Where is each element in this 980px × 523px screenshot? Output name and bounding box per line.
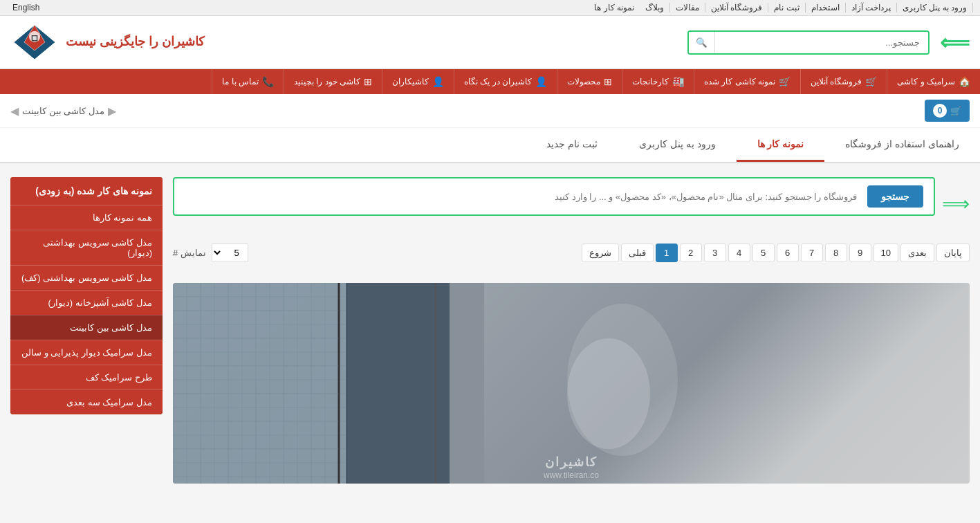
breadcrumb-prev-arrow[interactable]: ◀ [10, 104, 19, 118]
main-image: کاشیران www.tileiran.co [173, 283, 970, 484]
main-search-input[interactable] [185, 188, 860, 205]
topbar-link-login[interactable]: ورود به پنل کاربری [897, 3, 973, 12]
nav-ceramic[interactable]: 🏠 سرامیک و کاشی [887, 69, 980, 94]
user2-icon: 👤 [432, 76, 444, 87]
nav-factories-label: کارخانجات [632, 77, 669, 86]
sidebar-item-3d[interactable]: مدل سرامیک سه بعدی [10, 389, 163, 414]
nav-contact[interactable]: 📞 تماس با ما [212, 69, 284, 94]
section-arrow-icon: ⟹ [942, 192, 970, 215]
tab-register[interactable]: ثبت نام جدید [526, 128, 618, 162]
sidebar-item-cabinet[interactable]: مدل کاشی بین کابینت [10, 315, 163, 340]
topbar-link-shop[interactable]: فروشگاه آنلاین [705, 3, 768, 12]
display-control: 5 10 20 نمایش # [173, 244, 248, 262]
svg-rect-8 [450, 283, 970, 484]
cart2-icon: 🛒 [779, 76, 791, 87]
header-search-button[interactable]: 🔍 [689, 32, 715, 53]
page-end[interactable]: پایان [936, 244, 970, 262]
page-prev[interactable]: قبلی [621, 244, 654, 262]
nav-products-label: محصولات [567, 77, 600, 86]
page-start[interactable]: شروع [582, 244, 619, 262]
breadcrumb-text: مدل کاشی بین کابینت [22, 106, 104, 116]
image-watermark: کاشیران [545, 455, 598, 470]
main-container: ⟹ جستجو شروع قبلی 1 2 3 4 5 6 7 8 9 10 ب… [0, 177, 980, 497]
page-4[interactable]: 4 [728, 244, 750, 262]
page-next[interactable]: بعدی [900, 244, 934, 262]
pagination-row: شروع قبلی 1 2 3 4 5 6 7 8 9 10 بعدی پایا… [173, 244, 970, 273]
topbar-link-articles[interactable]: مقالات [670, 3, 705, 12]
nav-arrange[interactable]: ⊞ کاشی خود را بچینید [284, 69, 382, 94]
tile-pattern-svg [173, 283, 970, 484]
svg-point-23 [567, 338, 650, 449]
sidebar-item-living-wall[interactable]: مدل سرامیک دیوار پذیرایی و سالن [10, 340, 163, 365]
nav-ceramic-label: سرامیک و کاشی [897, 77, 955, 86]
sidebar-item-kitchen-wall[interactable]: مدل کاشی آشپزخانه (دیوار) [10, 290, 163, 315]
tab-shop-guide[interactable]: راهنمای استفاده از فروشگاه [824, 128, 980, 162]
image-url-watermark: www.tileiran.co [544, 470, 599, 480]
tab-samples[interactable]: نمونه کار ها [737, 128, 825, 162]
breadcrumb-bar: 🛒 0 ▶ مدل کاشی بین کابینت ◀ [0, 94, 980, 128]
top-bar-links: نمونه کار ها وبلاگ مقالات فروشگاه آنلاین… [589, 3, 973, 12]
phone-icon: 📞 [262, 76, 274, 87]
tab-login[interactable]: ورود به پنل کاربری [618, 128, 737, 162]
svg-text:🔲: 🔲 [31, 35, 38, 42]
nav-online-shop-label: فروشگاه آنلاین [811, 77, 862, 86]
cart-icon-btn: 🛒 [950, 106, 961, 116]
nav-sample-tiles-label: نمونه کاشی کار شده [704, 77, 775, 86]
home-icon: 🏠 [959, 76, 970, 87]
sidebar-item-bathroom-wall[interactable]: مدل کاشی سرویس بهداشتی (دیوار) [10, 230, 163, 265]
header-logo: کاشیران را جایگزینی نیست 🔲 [10, 21, 205, 63]
page-6[interactable]: 6 [777, 244, 799, 262]
sidebar-item-bathroom-floor[interactable]: مدل کاشی سرویس بهداشتی (کف) [10, 265, 163, 290]
breadcrumb-next-arrow[interactable]: ▶ [108, 104, 116, 118]
topbar-link-blog[interactable]: وبلاگ [640, 3, 670, 12]
topbar-link-employment[interactable]: استخدام [806, 3, 846, 12]
user-icon: 👤 [535, 76, 547, 87]
page-5[interactable]: 5 [752, 244, 775, 262]
header: 🔍 ⟸ کاشیران را جایگزینی نیست 🔲 [0, 16, 980, 69]
nav-tilers-label: کاشیکاران [392, 77, 429, 86]
grid-icon: ⊞ [604, 76, 612, 87]
navbar: 🏠 سرامیک و کاشی 🛒 فروشگاه آنلاین 🛒 نمونه… [0, 69, 980, 94]
nav-tilers[interactable]: 👤 کاشیکاران [382, 69, 454, 94]
logo-diamond-icon: 🔲 [10, 21, 59, 63]
cart-icon: 🛒 [865, 76, 877, 87]
page-3[interactable]: 3 [704, 244, 726, 262]
topbar-link-register[interactable]: ثبت نام [768, 3, 805, 12]
page-tabs: راهنمای استفاده از فروشگاه نمونه کار ها … [0, 128, 980, 163]
page-2[interactable]: 2 [680, 244, 702, 262]
nav-arrange-label: کاشی خود را بچینید [294, 77, 360, 86]
display-select[interactable]: 5 10 20 [212, 244, 248, 262]
content-area: ⟹ جستجو شروع قبلی 1 2 3 4 5 6 7 8 9 10 ب… [173, 177, 970, 484]
page-8[interactable]: 8 [825, 244, 847, 262]
topbar-link-payment[interactable]: پرداخت آزاد [846, 3, 897, 12]
page-7[interactable]: 7 [801, 244, 823, 262]
cart-button[interactable]: 🛒 0 [925, 100, 970, 122]
nav-factories[interactable]: 🏭 کارخانجات [622, 69, 694, 94]
nav-online-shop[interactable]: 🛒 فروشگاه آنلاین [800, 69, 887, 94]
sidebar-title: نمونه های کار شده (به زودی) [10, 177, 163, 205]
nav-products[interactable]: ⊞ محصولات [557, 69, 622, 94]
sidebar: نمونه های کار شده (به زودی) همه نمونه کا… [10, 177, 163, 484]
nav-contact-label: تماس با ما [222, 77, 259, 86]
top-bar: نمونه کار ها وبلاگ مقالات فروشگاه آنلاین… [0, 0, 980, 16]
header-search-input[interactable] [715, 32, 928, 53]
english-label[interactable]: English [7, 3, 45, 12]
search-arrow-indicator: ⟸ [940, 30, 970, 55]
page-10[interactable]: 10 [873, 244, 898, 262]
sidebar-item-all[interactable]: همه نمونه کارها [10, 205, 163, 230]
main-search-button[interactable]: جستجو [867, 185, 923, 208]
page-9[interactable]: 9 [849, 244, 871, 262]
nav-sample-tiles[interactable]: 🛒 نمونه کاشی کار شده [694, 69, 800, 94]
pagination: شروع قبلی 1 2 3 4 5 6 7 8 9 10 بعدی پایا… [582, 244, 970, 262]
breadcrumb-nav: ▶ مدل کاشی بین کابینت ◀ [10, 104, 116, 118]
factory-icon: 🏭 [672, 76, 684, 87]
sidebar-box: نمونه های کار شده (به زودی) همه نمونه کا… [10, 177, 163, 414]
header-search-box: 🔍 [687, 30, 930, 55]
page-1[interactable]: 1 [656, 244, 678, 262]
display-label: نمایش # [173, 248, 206, 258]
topbar-link-contact[interactable]: نمونه کار ها [589, 3, 640, 12]
nav-overview[interactable]: 👤 کاشیران در یک نگاه [454, 69, 557, 94]
sidebar-item-floor-design[interactable]: طرح سرامیک کف [10, 365, 163, 389]
arrow-left-icon: ⟸ [940, 30, 970, 55]
search-icon: 🔍 [696, 37, 708, 48]
